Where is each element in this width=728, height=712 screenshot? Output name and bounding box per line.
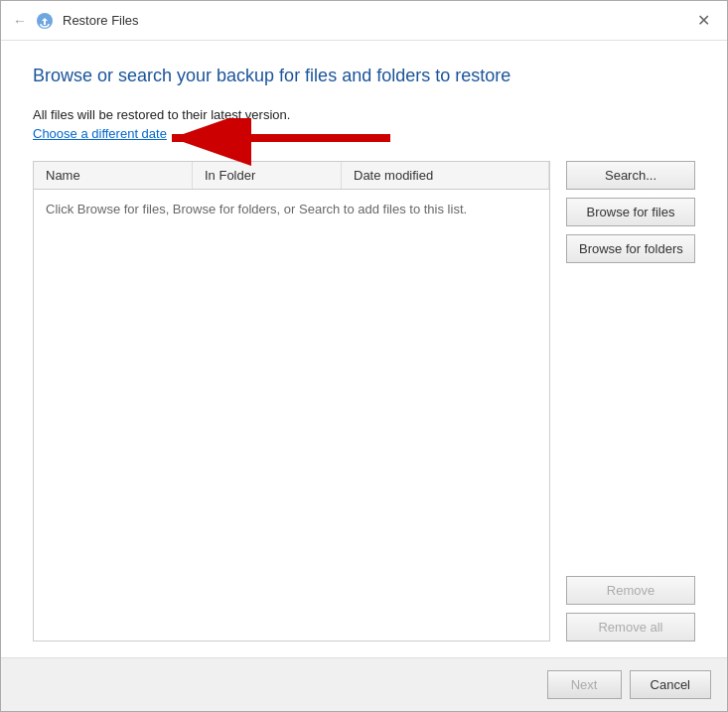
- back-button[interactable]: ←: [13, 13, 27, 29]
- cancel-button[interactable]: Cancel: [630, 670, 711, 699]
- content-area: Browse or search your backup for files a…: [1, 41, 727, 657]
- buttons-panel: Search... Browse for files Browse for fo…: [566, 161, 695, 641]
- spacer: [566, 271, 695, 568]
- title-bar: ← Restore Files ✕: [1, 1, 727, 41]
- file-list-body: Click Browse for files, Browse for folde…: [34, 190, 549, 641]
- remove-all-button[interactable]: Remove all: [566, 613, 695, 641]
- link-row: Choose a different date: [33, 126, 695, 141]
- choose-date-link[interactable]: Choose a different date: [33, 126, 167, 141]
- file-list-area: Name In Folder Date modified Click Brows…: [33, 161, 550, 641]
- next-button[interactable]: Next: [547, 670, 622, 699]
- title-bar-left: ← Restore Files: [13, 11, 139, 31]
- arrow-annotation: [162, 118, 390, 168]
- close-button[interactable]: ✕: [691, 9, 715, 33]
- search-button[interactable]: Search...: [566, 161, 695, 190]
- main-area: Name In Folder Date modified Click Brows…: [33, 161, 695, 641]
- browse-folders-button[interactable]: Browse for folders: [566, 234, 695, 263]
- window-title: Restore Files: [63, 13, 139, 28]
- remove-button[interactable]: Remove: [566, 576, 695, 605]
- page-title: Browse or search your backup for files a…: [33, 65, 695, 87]
- window-icon: [35, 11, 55, 31]
- red-arrow-icon: [162, 118, 390, 168]
- browse-files-button[interactable]: Browse for files: [566, 198, 695, 226]
- restore-files-window: ← Restore Files ✕ Browse or search your …: [0, 0, 728, 712]
- bottom-bar: Next Cancel: [1, 657, 727, 711]
- empty-list-text: Click Browse for files, Browse for folde…: [46, 202, 467, 216]
